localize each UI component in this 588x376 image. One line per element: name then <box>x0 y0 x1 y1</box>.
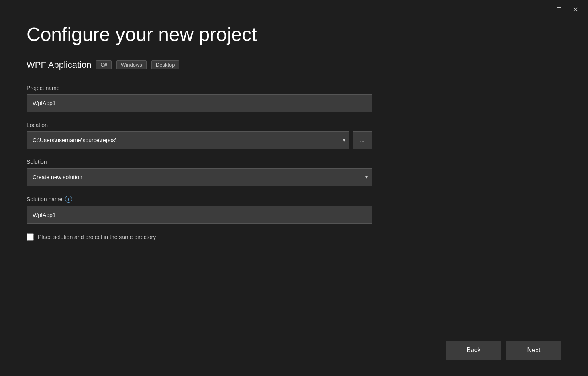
main-content: Configure your new project WPF Applicati… <box>0 0 588 376</box>
maximize-button[interactable] <box>551 3 567 16</box>
tag-csharp: C# <box>96 60 112 69</box>
same-directory-label[interactable]: Place solution and project in the same d… <box>38 234 156 240</box>
solution-label: Solution <box>27 159 372 165</box>
solution-name-label: Solution name i <box>27 196 372 203</box>
solution-group: Solution Create new solutionAdd to solut… <box>27 159 372 186</box>
maximize-icon <box>557 7 561 12</box>
info-icon[interactable]: i <box>65 196 72 203</box>
page-title: Configure your new project <box>27 24 561 45</box>
close-button[interactable]: ✕ <box>567 3 583 16</box>
location-group: Location C:\Users\username\source\repos\… <box>27 122 372 149</box>
form-section: Project name Location C:\Users\username\… <box>27 85 372 241</box>
title-bar: ✕ <box>546 0 588 19</box>
same-directory-checkbox[interactable] <box>27 233 34 241</box>
location-select[interactable]: C:\Users\username\source\repos\ <box>27 131 349 149</box>
next-button[interactable]: Next <box>506 341 561 360</box>
project-type-row: WPF Application C# Windows Desktop <box>27 60 561 70</box>
solution-select-wrapper: Create new solutionAdd to solution ▾ <box>27 168 372 186</box>
solution-name-input[interactable] <box>27 206 372 224</box>
location-row: C:\Users\username\source\repos\ ▾ ... <box>27 131 372 149</box>
project-name-label: Project name <box>27 85 372 91</box>
tag-desktop: Desktop <box>151 60 180 69</box>
same-directory-row: Place solution and project in the same d… <box>27 233 372 241</box>
solution-name-label-text: Solution name <box>27 196 63 202</box>
location-label: Location <box>27 122 372 128</box>
tag-windows: Windows <box>116 60 147 69</box>
solution-select[interactable]: Create new solutionAdd to solution <box>27 168 372 186</box>
project-type-name: WPF Application <box>27 60 91 70</box>
browse-button[interactable]: ... <box>353 131 372 149</box>
project-name-group: Project name <box>27 85 372 112</box>
solution-name-group: Solution name i <box>27 196 372 224</box>
close-icon: ✕ <box>572 6 578 13</box>
back-button[interactable]: Back <box>446 341 501 360</box>
footer: Back Next <box>446 341 561 360</box>
location-select-wrapper: C:\Users\username\source\repos\ ▾ <box>27 131 349 149</box>
project-name-input[interactable] <box>27 94 372 112</box>
